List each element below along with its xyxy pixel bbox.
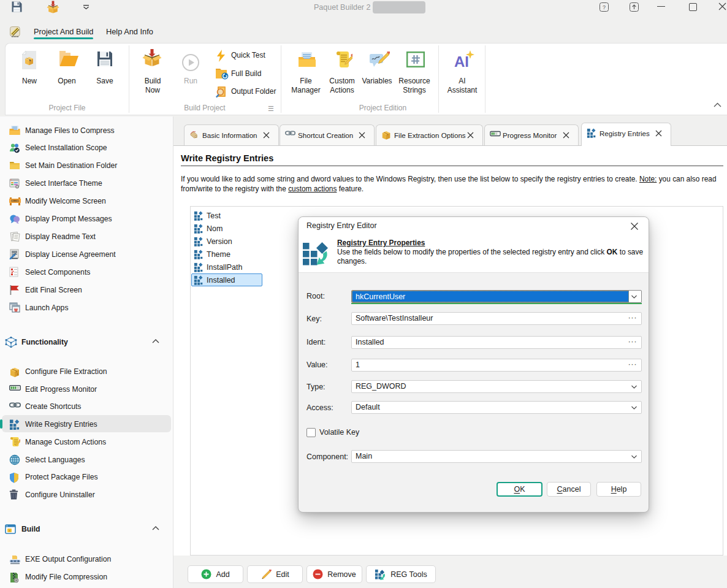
svg-text:</>: </> xyxy=(15,309,18,311)
svg-text:WELCOME: WELCOME xyxy=(11,199,20,202)
svg-text:AI: AI xyxy=(454,53,469,70)
svg-text:?: ? xyxy=(603,4,606,10)
svg-text:1: 1 xyxy=(17,372,18,375)
